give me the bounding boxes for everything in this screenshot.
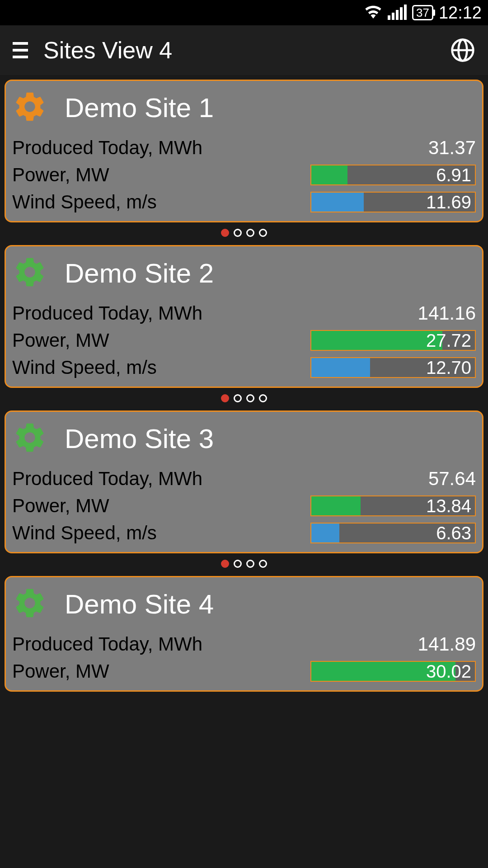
metric-power: Power, MW 30.02 [12, 658, 476, 685]
pager [5, 555, 483, 576]
power-bar: 13.84 [310, 495, 476, 516]
site-card[interactable]: Demo Site 1 Produced Today, MWh 31.37 Po… [5, 80, 483, 222]
site-card[interactable]: Demo Site 2 Produced Today, MWh 141.16 P… [5, 245, 483, 388]
pager [5, 224, 483, 245]
metric-power: Power, MW 6.91 [12, 161, 476, 189]
power-bar: 30.02 [310, 661, 476, 682]
pager-dot[interactable] [234, 560, 242, 568]
bar-value: 6.63 [436, 524, 471, 542]
battery-level: 37 [416, 6, 429, 19]
wind-bar: 11.69 [310, 192, 476, 212]
pager-dot[interactable] [221, 394, 229, 402]
metric-label: Wind Speed, m/s [12, 357, 157, 378]
metric-produced: Produced Today, MWh 31.37 [12, 134, 476, 161]
metric-label: Wind Speed, m/s [12, 522, 157, 544]
wind-bar: 6.63 [310, 523, 476, 543]
menu-icon[interactable] [13, 42, 28, 58]
metric-label: Produced Today, MWh [12, 302, 202, 324]
app-bar: Sites View 4 [0, 25, 488, 75]
gear-icon [12, 420, 47, 457]
metric-power: Power, MW 13.84 [12, 492, 476, 519]
globe-icon[interactable] [450, 38, 475, 63]
wind-bar: 12.70 [310, 357, 476, 378]
metric-wind: Wind Speed, m/s 12.70 [12, 354, 476, 381]
metric-produced: Produced Today, MWh 141.16 [12, 300, 476, 327]
site-header: Demo Site 2 [12, 251, 476, 300]
metric-value: 57.64 [428, 468, 476, 490]
metric-label: Power, MW [12, 330, 109, 351]
site-name: Demo Site 3 [65, 423, 214, 454]
sites-list: Demo Site 1 Produced Today, MWh 31.37 Po… [0, 75, 488, 692]
metric-label: Power, MW [12, 660, 109, 682]
metric-label: Power, MW [12, 164, 109, 186]
wifi-icon [364, 3, 382, 23]
signal-icon [388, 5, 407, 20]
status-bar: 37 12:12 [0, 0, 488, 25]
pager-dot[interactable] [259, 560, 267, 568]
metric-power: Power, MW 27.72 [12, 327, 476, 354]
site-header: Demo Site 3 [12, 416, 476, 465]
status-time: 12:12 [439, 3, 482, 23]
bar-value: 11.69 [426, 193, 471, 212]
pager-dot[interactable] [221, 229, 229, 237]
metric-value: 141.16 [418, 302, 476, 324]
bar-value: 27.72 [426, 331, 471, 350]
metric-wind: Wind Speed, m/s 6.63 [12, 519, 476, 547]
site-header: Demo Site 4 [12, 582, 476, 631]
site-name: Demo Site 2 [65, 258, 214, 289]
metric-label: Produced Today, MWh [12, 468, 202, 490]
pager-dot[interactable] [259, 229, 267, 237]
pager-dot[interactable] [259, 394, 267, 402]
metric-label: Produced Today, MWh [12, 137, 202, 159]
metric-produced: Produced Today, MWh 57.64 [12, 465, 476, 492]
bar-value: 6.91 [436, 165, 471, 184]
battery-icon: 37 [412, 5, 433, 20]
bar-value: 12.70 [426, 358, 471, 377]
pager [5, 390, 483, 410]
pager-dot[interactable] [234, 394, 242, 402]
pager-dot[interactable] [221, 560, 229, 568]
bar-value: 13.84 [426, 496, 471, 515]
metric-produced: Produced Today, MWh 141.89 [12, 631, 476, 658]
bar-value: 30.02 [426, 662, 471, 681]
metric-value: 31.37 [428, 137, 476, 159]
metric-label: Wind Speed, m/s [12, 191, 157, 213]
metric-wind: Wind Speed, m/s 11.69 [12, 189, 476, 216]
site-name: Demo Site 4 [65, 589, 214, 620]
site-card[interactable]: Demo Site 3 Produced Today, MWh 57.64 Po… [5, 410, 483, 553]
gear-icon [12, 585, 47, 623]
power-bar: 27.72 [310, 330, 476, 351]
pager-dot[interactable] [234, 229, 242, 237]
site-card[interactable]: Demo Site 4 Produced Today, MWh 141.89 P… [5, 576, 483, 692]
pager-dot[interactable] [246, 394, 254, 402]
metric-label: Power, MW [12, 495, 109, 517]
gear-icon [12, 89, 47, 126]
pager-dot[interactable] [246, 229, 254, 237]
site-name: Demo Site 1 [65, 92, 214, 123]
metric-value: 141.89 [418, 633, 476, 655]
gear-icon [12, 255, 47, 292]
site-header: Demo Site 1 [12, 85, 476, 134]
pager-dot[interactable] [246, 560, 254, 568]
metric-label: Produced Today, MWh [12, 633, 202, 655]
page-title: Sites View 4 [43, 37, 450, 64]
power-bar: 6.91 [310, 165, 476, 185]
